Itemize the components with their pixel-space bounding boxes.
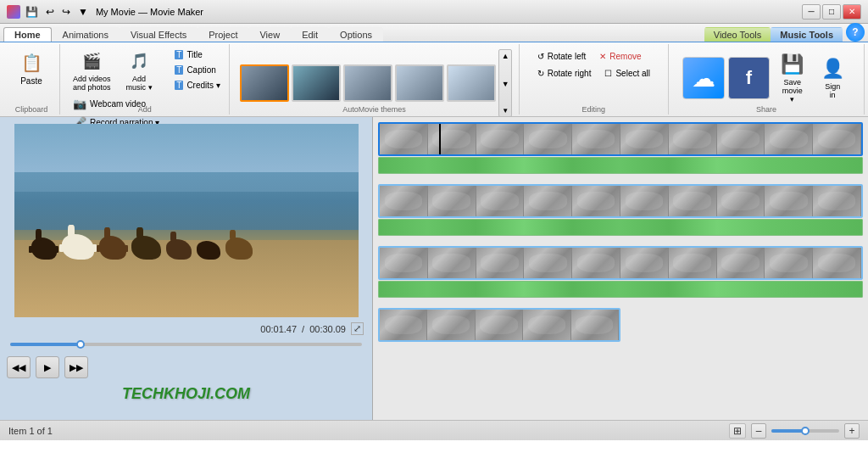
save-btn[interactable]: 💾 [23, 5, 41, 19]
close-button[interactable]: ✕ [843, 4, 861, 20]
time-display: 00:01.47 / 00:30.09 ⤢ [7, 322, 365, 335]
current-time: 00:01.47 [260, 324, 297, 334]
add-music-button[interactable]: 🎵 Addmusic ▾ [120, 46, 159, 95]
time-separator: / [302, 324, 304, 334]
frame-2-9 [765, 186, 813, 216]
theme-2[interactable] [292, 64, 341, 102]
minimize-button[interactable]: ─ [802, 4, 821, 20]
frame-6 [620, 124, 669, 154]
video-track-2[interactable] [378, 184, 863, 218]
frame-8 [717, 124, 765, 154]
theme-3[interactable] [343, 64, 392, 102]
tab-options[interactable]: Options [329, 27, 383, 42]
remove-button[interactable]: ✕ Remove [595, 49, 645, 64]
preview-panel: 00:01.47 / 00:30.09 ⤢ ◀◀ ▶ ▶▶ TECHKHOJI.… [0, 117, 373, 420]
app-icon [7, 5, 20, 19]
zoom-thumb[interactable] [801, 427, 810, 435]
theme-4[interactable] [395, 64, 444, 102]
save-movie-icon: 💾 [781, 53, 804, 76]
caption-icon: T [175, 65, 183, 75]
scroll-down-icon: ▼ [502, 80, 509, 88]
playhead[interactable] [439, 124, 441, 154]
window-controls[interactable]: ─ □ ✕ [802, 4, 861, 20]
maximize-button[interactable]: □ [822, 4, 841, 20]
timeline-track-4 [378, 308, 863, 342]
title-button[interactable]: T Title [170, 48, 225, 62]
video-track-1[interactable] [378, 122, 863, 156]
seek-bar[interactable] [7, 338, 365, 351]
tab-project[interactable]: Project [198, 27, 248, 42]
onedrive-button[interactable]: ☁ [682, 57, 725, 99]
undo-btn[interactable]: ↩ [43, 5, 57, 19]
video-track-3[interactable] [378, 246, 863, 280]
audio-wave-1 [379, 158, 862, 173]
theme-1[interactable] [240, 64, 289, 102]
play-button[interactable]: ▶ [36, 356, 59, 378]
help-button[interactable]: ? [846, 23, 865, 42]
frame-3-5 [572, 248, 620, 278]
seek-thumb[interactable] [76, 340, 85, 349]
audio-wave-3 [379, 282, 862, 297]
zoom-out-button[interactable]: – [751, 423, 766, 439]
frame-3-9 [765, 248, 813, 278]
add-section: 🎬 Add videosand photos 🎵 Addmusic ▾ 📷 We… [60, 44, 230, 115]
storyboard-view-button[interactable]: ⊞ [729, 423, 746, 439]
video-frames-3 [380, 248, 861, 278]
zoom-in-button[interactable]: + [844, 423, 860, 439]
frame-4 [524, 124, 572, 154]
seek-track[interactable] [10, 343, 362, 346]
expand-icon[interactable]: ⤢ [351, 322, 364, 335]
tab-view[interactable]: View [248, 27, 291, 42]
video-track-4[interactable] [378, 308, 620, 342]
save-movie-button[interactable]: 💾 Savemovie ▾ [773, 49, 811, 107]
tab-video-tools[interactable]: Video Tools [704, 27, 771, 42]
add-videos-button[interactable]: 🎬 Add videosand photos [67, 46, 117, 95]
video-preview[interactable] [14, 124, 359, 317]
tab-edit[interactable]: Edit [291, 27, 329, 42]
frame-2-2 [428, 186, 476, 216]
rotate-right-icon: ↻ [537, 69, 544, 78]
frame-3-8 [717, 248, 765, 278]
frame-3-10 [813, 248, 861, 278]
sign-in-icon: 👤 [821, 57, 844, 81]
editing-section: ↺ Rotate left ✕ Remove ↻ Rotate right ☐ … [520, 44, 669, 115]
tab-music-tools[interactable]: Music Tools [771, 27, 843, 42]
redo-btn[interactable]: ↪ [59, 5, 73, 19]
frame-3-3 [476, 248, 525, 278]
preview-image [14, 124, 359, 317]
frame-2 [428, 124, 476, 154]
zoom-slider[interactable] [771, 429, 839, 433]
fast-forward-button[interactable]: ▶▶ [64, 356, 88, 378]
tab-home[interactable]: Home [3, 27, 52, 42]
rewind-button[interactable]: ◀◀ [7, 356, 31, 378]
scroll-up-icon: ▲ [502, 52, 509, 60]
qat-dropdown[interactable]: ▼ [75, 5, 91, 19]
timeline-track-2 [378, 184, 863, 236]
audio-track-2 [378, 219, 863, 236]
frame-4-4 [523, 310, 570, 340]
caption-button[interactable]: T Caption [170, 63, 225, 77]
frame-5 [572, 124, 620, 154]
clipboard-section: 📋 Paste Clipboard [3, 44, 60, 115]
theme-5[interactable] [447, 64, 496, 102]
frame-2-7 [669, 186, 717, 216]
timeline-panel[interactable] [373, 117, 868, 420]
facebook-button[interactable]: f [728, 57, 771, 99]
quick-access-toolbar[interactable]: 💾 ↩ ↪ ▼ [7, 5, 91, 19]
paste-button[interactable]: 📋 Paste [14, 48, 49, 89]
tab-animations[interactable]: Animations [52, 27, 120, 42]
main-area: 00:01.47 / 00:30.09 ⤢ ◀◀ ▶ ▶▶ TECHKHOJI.… [0, 117, 868, 420]
frame-3-6 [620, 248, 669, 278]
select-all-button[interactable]: ☐ Select all [600, 66, 654, 81]
frame-2-4 [524, 186, 572, 216]
rotate-right-button[interactable]: ↻ Rotate right [533, 66, 596, 81]
credits-button[interactable]: T Credits ▾ [170, 78, 225, 92]
rotate-left-button[interactable]: ↺ Rotate left [533, 49, 591, 64]
frame-2-6 [620, 186, 669, 216]
add-videos-icon: 🎬 [80, 49, 103, 73]
audio-wave-2 [379, 220, 862, 235]
tab-visual-effects[interactable]: Visual Effects [120, 27, 198, 42]
rotate-left-icon: ↺ [537, 52, 544, 61]
frame-2-1 [380, 186, 428, 216]
sign-in-button[interactable]: 👤 Signin [815, 53, 850, 103]
